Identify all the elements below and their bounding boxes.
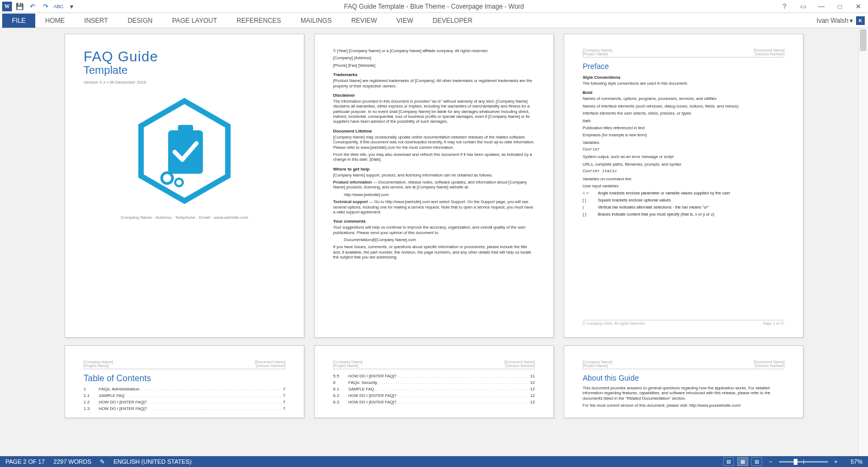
toc-entry: 1.2HOW DO I [ENTER FAQ]?7	[84, 400, 285, 405]
toc-entry: 6.2HOW DO I [ENTER FAQ]?12	[333, 393, 535, 398]
courier-heading: Courier	[583, 147, 784, 152]
tab-insert[interactable]: INSERT	[74, 14, 118, 28]
qat-dropdown-icon[interactable]: ▾	[66, 2, 77, 11]
courier-italic-heading: Courier italic	[583, 169, 784, 174]
tab-file[interactable]: FILE	[2, 14, 35, 28]
minimize-icon[interactable]: —	[815, 3, 828, 10]
contact-line: [Phone] [Fax] [Website]	[333, 63, 535, 68]
word-count[interactable]: 2297 WORDS	[54, 458, 92, 465]
close-icon[interactable]: ✕	[852, 3, 865, 10]
ribbon-display-icon[interactable]: ▭	[796, 3, 809, 10]
svg-rect-2	[178, 125, 193, 135]
symbol-row: < >Angle brackets enclose parameter or v…	[583, 191, 784, 195]
title-bar: W 💾 ↶ ↷ ABC ▾ FAQ Guide Template - Blue …	[0, 0, 868, 13]
cover-logo	[84, 97, 285, 205]
style-intro: The following style conventions are used…	[583, 81, 784, 86]
help-icon[interactable]: ?	[778, 3, 791, 10]
preface-title: Preface	[583, 62, 784, 71]
italic-heading: Italic	[583, 118, 784, 123]
undo-icon[interactable]: ↶	[27, 2, 38, 11]
trademarks-text: [Product Name] are registered trademarks…	[333, 78, 535, 89]
toc-entry: 6.3HOW DO I [ENTER FAQ]?12	[333, 400, 535, 405]
print-layout-icon[interactable]: ▦	[737, 457, 748, 466]
toc-entry: 1.1SAMPLE FAQ7	[84, 393, 285, 398]
maximize-icon[interactable]: □	[833, 3, 846, 10]
lifetime-text-1: [Company Name] may occasionally update o…	[333, 135, 535, 150]
zoom-level[interactable]: 57%	[844, 458, 863, 465]
read-mode-icon[interactable]: ▤	[723, 457, 734, 466]
cover-title: FAQ Guide	[84, 48, 285, 65]
product-info-line: Product information — Documentation, rel…	[333, 180, 535, 190]
disclaimer-text: The information provided in this documen…	[333, 99, 535, 124]
tab-home[interactable]: HOME	[35, 14, 74, 28]
lifetime-text-2: From the Web site, you may also download…	[333, 152, 535, 162]
product-info-url: http://www.[website].com	[333, 192, 535, 197]
document-canvas[interactable]: FAQ Guide Template Version X.x • 06 Dece…	[0, 28, 868, 456]
comments-text-1: Your suggestions will help us continue t…	[333, 225, 535, 235]
tab-developer[interactable]: DEVELOPER	[423, 14, 482, 28]
toc-entry: 6FAQs: Security12	[333, 380, 535, 385]
help-text: [Company Name] support, product, and lic…	[333, 173, 535, 178]
language-indicator[interactable]: ENGLISH (UNITED STATES)	[113, 458, 192, 465]
tab-mailings[interactable]: MAILINGS	[291, 14, 341, 28]
vertical-scrollbar[interactable]	[858, 28, 868, 456]
tab-design[interactable]: DESIGN	[118, 14, 162, 28]
cover-version: Version X.x • 06 December 2016	[84, 80, 285, 85]
page-header: [Company Name][Project Name] [Document N…	[583, 360, 784, 369]
bold-line-1: Names of commands, options, programs, pr…	[583, 96, 784, 101]
page-indicator[interactable]: PAGE 2 OF 17	[5, 458, 45, 465]
symbol-row: [ ]Square brackets enclose optional valu…	[583, 198, 784, 203]
doc-page-about[interactable]: [Company Name][Project Name] [Document N…	[564, 345, 803, 418]
symbol-row: |Vertical bar indicates alternate select…	[583, 205, 784, 210]
address-line: [Company] [Address]	[333, 55, 535, 60]
courier-italic-line-2: User input variables	[583, 184, 784, 188]
trademarks-heading: Trademarks	[333, 72, 535, 77]
copyright-line: © [Year] [Company Name] or a [Company Na…	[333, 48, 535, 53]
user-badge: K	[856, 16, 865, 25]
help-heading: Where to get help	[333, 167, 535, 172]
redo-icon[interactable]: ↷	[40, 2, 51, 11]
window-title: FAQ Guide Template - Blue Theme - Coverp…	[344, 3, 524, 10]
toc-list: 1FAQs: Administration71.1SAMPLE FAQ71.2H…	[84, 387, 285, 411]
save-icon[interactable]: 💾	[14, 2, 25, 11]
ribbon-tabs: FILE HOME INSERT DESIGN PAGE LAYOUT REFE…	[0, 13, 868, 28]
tech-support-line: Technical support — Go to http://www.[we…	[333, 199, 535, 214]
doc-page-cover[interactable]: FAQ Guide Template Version X.x • 06 Dece…	[65, 34, 304, 338]
toc-title: Table of Contents	[84, 374, 285, 383]
scrollbar-thumb[interactable]	[860, 29, 866, 51]
doc-page-toc[interactable]: [Company Name][Project Name] [Document N…	[65, 345, 304, 418]
comments-heading: Your comments	[333, 219, 535, 224]
page-header: [Company Name][Project Name] [Document N…	[583, 48, 784, 58]
proofing-icon[interactable]: ✎	[100, 458, 105, 465]
cover-subtitle: Template	[84, 64, 285, 77]
zoom-in-button[interactable]: +	[831, 458, 841, 465]
page-header: [Company Name][Project Name] [Document N…	[333, 360, 535, 369]
cover-footer: Company Name - Address - Telephone - Ema…	[84, 215, 285, 220]
toc-list: 5.5HOW DO I [ENTER FAQ]?116FAQs: Securit…	[333, 374, 535, 405]
zoom-slider[interactable]	[779, 461, 828, 463]
page-footer: © Company 2016. All rights reservedPage …	[583, 320, 784, 325]
symbol-row: { }Braces indicate content that you must…	[583, 212, 784, 217]
doc-page-preface[interactable]: [Company Name][Project Name] [Document N…	[564, 34, 803, 338]
italic-line-1: Publication titles referenced in text	[583, 125, 784, 130]
web-layout-icon[interactable]: ▥	[751, 457, 762, 466]
spelling-icon[interactable]: ABC	[53, 2, 64, 11]
tab-page-layout[interactable]: PAGE LAYOUT	[162, 14, 227, 28]
about-text-1: This document provides answers to genera…	[583, 386, 784, 401]
bold-line-3: Interface elements the user selects, cli…	[583, 111, 784, 116]
tab-view[interactable]: VIEW	[387, 14, 423, 28]
doc-page-legal[interactable]: © [Year] [Company Name] or a [Company Na…	[314, 34, 554, 338]
tab-references[interactable]: REFERENCES	[227, 14, 291, 28]
toc-entry: 1FAQs: Administration7	[84, 387, 285, 392]
bold-line-2: Names of interface elements (such window…	[583, 104, 784, 109]
zoom-out-button[interactable]: −	[765, 458, 775, 465]
toc-entry: 6.1SAMPLE FAQ12	[333, 387, 535, 392]
italic-line-2: Emphasis (for example a new term)	[583, 132, 784, 137]
page-header: [Company Name][Project Name] [Document N…	[84, 360, 285, 369]
tab-review[interactable]: REVIEW	[341, 14, 386, 28]
word-app-icon[interactable]: W	[2, 2, 12, 11]
toc-entry: 1.3HOW DO I [ENTER FAQ]?7	[84, 406, 285, 411]
toc-entry: 5.5HOW DO I [ENTER FAQ]?11	[333, 374, 535, 378]
doc-page-toc-2[interactable]: [Company Name][Project Name] [Document N…	[314, 345, 554, 418]
account-area[interactable]: Ivan Walsh ▾ K	[816, 16, 868, 25]
